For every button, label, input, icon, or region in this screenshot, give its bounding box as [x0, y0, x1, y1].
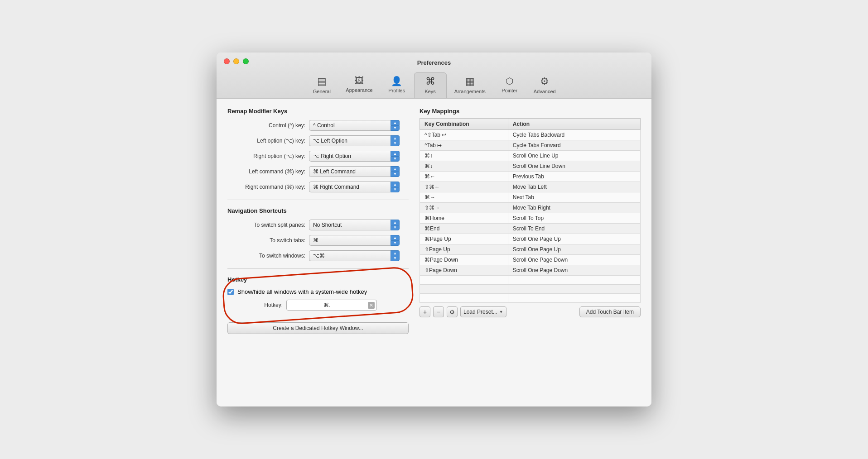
- switch-split-panes-select[interactable]: No Shortcut: [309, 220, 391, 230]
- right-command-key-label: Right command (⌘) key:: [227, 184, 309, 190]
- table-row[interactable]: ⇧Page UpScroll One Page Up: [420, 244, 641, 255]
- left-option-key-select[interactable]: ⌥ Left Option: [309, 135, 391, 146]
- switch-split-panes-stepper-up[interactable]: ▲: [391, 220, 400, 225]
- close-button[interactable]: [224, 58, 230, 64]
- minimize-button[interactable]: [233, 58, 239, 64]
- nav-section-title: Navigation Shortcuts: [227, 207, 409, 214]
- tab-pointer[interactable]: ⬡ Pointer: [493, 72, 526, 98]
- left-command-key-stepper-up[interactable]: ▲: [391, 166, 400, 172]
- table-row[interactable]: ⌘←Previous Tab: [420, 172, 641, 182]
- table-row[interactable]: ⌘HomeScroll To Top: [420, 213, 641, 224]
- appearance-icon: 🖼: [355, 76, 364, 86]
- tab-pointer-label: Pointer: [502, 88, 517, 93]
- table-row[interactable]: ⇧Page DownScroll One Page Down: [420, 265, 641, 276]
- table-row[interactable]: ⌘→Next Tab: [420, 192, 641, 203]
- switch-tabs-stepper-down[interactable]: ▼: [391, 240, 400, 246]
- add-mapping-button[interactable]: +: [420, 306, 430, 317]
- left-command-key-stepper-down[interactable]: ▼: [391, 172, 400, 177]
- key-combination-cell: ⇧⌘→: [420, 203, 508, 213]
- tab-general-label: General: [313, 89, 331, 94]
- table-row[interactable]: ⌘↓Scroll One Line Down: [420, 161, 641, 172]
- table-row[interactable]: ⌘↑Scroll One Line Up: [420, 151, 641, 161]
- key-combination-cell: ⌘Page Down: [420, 255, 508, 265]
- remove-mapping-button[interactable]: −: [433, 306, 444, 317]
- col-key-combination: Key Combination: [420, 119, 508, 130]
- right-command-key-stepper-down[interactable]: ▼: [391, 187, 400, 192]
- table-row[interactable]: ⇧⌘←Move Tab Left: [420, 182, 641, 192]
- table-row[interactable]: ⌘Page UpScroll One Page Up: [420, 234, 641, 244]
- switch-tabs-select[interactable]: ⌘: [309, 235, 391, 246]
- left-option-key-label: Left option (⌥) key:: [227, 138, 309, 144]
- right-panel: Key Mappings Key Combination Action ^⇧Ta…: [420, 108, 641, 397]
- keys-icon: ⌘: [425, 76, 435, 87]
- left-command-key-select[interactable]: ⌘ Left Command: [309, 166, 391, 177]
- right-option-key-select[interactable]: ⌥ Right Option: [309, 151, 391, 162]
- divider-1: [227, 200, 409, 200]
- table-row[interactable]: [420, 276, 641, 285]
- action-cell: Scroll One Page Up: [508, 234, 640, 244]
- maximize-button[interactable]: [243, 58, 249, 64]
- tab-general[interactable]: ▤ General: [305, 72, 338, 98]
- hotkey-input-field[interactable]: ⌘. ✕: [286, 300, 377, 311]
- load-preset-wrapper[interactable]: Load Preset... ▼: [460, 306, 506, 317]
- create-hotkey-btn-wrapper: Create a Dedicated Hotkey Window...: [227, 322, 409, 334]
- key-mappings-table: Key Combination Action ^⇧Tab ↩Cycle Tabs…: [420, 118, 641, 303]
- right-option-key-stepper: ▲ ▼: [391, 151, 400, 162]
- tab-advanced[interactable]: ⚙ Advanced: [527, 72, 563, 98]
- table-row[interactable]: ⌘EndScroll To End: [420, 224, 641, 234]
- tab-profiles[interactable]: 👤 Profiles: [381, 72, 413, 98]
- right-option-key-stepper-down[interactable]: ▼: [391, 156, 400, 162]
- action-cell: Scroll To End: [508, 224, 640, 234]
- switch-split-panes-stepper-down[interactable]: ▼: [391, 225, 400, 230]
- switch-tabs-stepper: ▲ ▼: [391, 235, 400, 246]
- table-row[interactable]: ⇧⌘→Move Tab Right: [420, 203, 641, 213]
- tab-arrangements[interactable]: ▦ Arrangements: [448, 72, 492, 98]
- switch-tabs-select-wrapper: ⌘ ▲ ▼: [309, 235, 400, 246]
- switch-tabs-stepper-up[interactable]: ▲: [391, 235, 400, 240]
- hotkey-checkbox-row: Show/hide all windows with a system-wide…: [227, 288, 409, 295]
- hotkey-checkbox[interactable]: [227, 289, 234, 295]
- table-row[interactable]: ^⇧Tab ↩Cycle Tabs Backward: [420, 130, 641, 140]
- switch-windows-select-wrapper: ⌥⌘ ▲ ▼: [309, 250, 400, 261]
- right-command-key-select[interactable]: ⌘ Right Command: [309, 182, 391, 192]
- advanced-icon: ⚙: [540, 76, 549, 87]
- key-combination-cell: [420, 294, 508, 303]
- table-row[interactable]: ⌘Page DownScroll One Page Down: [420, 255, 641, 265]
- table-row[interactable]: [420, 294, 641, 303]
- tab-profiles-label: Profiles: [388, 88, 405, 93]
- window-controls: [224, 58, 249, 64]
- right-command-key-stepper-up[interactable]: ▲: [391, 182, 400, 187]
- right-option-key-label: Right option (⌥) key:: [227, 153, 309, 159]
- switch-windows-select[interactable]: ⌥⌘: [309, 250, 391, 261]
- control-key-row: Control (^) key: ^ Control ▲ ▼: [227, 120, 409, 131]
- left-option-key-stepper-up[interactable]: ▲: [391, 135, 400, 141]
- window-title: Preferences: [417, 59, 451, 66]
- switch-windows-row: To switch windows: ⌥⌘ ▲ ▼: [227, 250, 409, 261]
- table-row[interactable]: ^Tab ↦Cycle Tabs Forward: [420, 140, 641, 151]
- switch-windows-stepper-up[interactable]: ▲: [391, 250, 400, 256]
- tab-keys-label: Keys: [424, 89, 435, 94]
- key-mappings-title: Key Mappings: [420, 108, 641, 115]
- switch-split-panes-stepper: ▲ ▼: [391, 220, 400, 230]
- create-hotkey-window-button[interactable]: Create a Dedicated Hotkey Window...: [227, 322, 409, 334]
- load-preset-label: Load Preset...: [463, 309, 497, 315]
- left-panel: Remap Modifier Keys Control (^) key: ^ C…: [227, 108, 409, 397]
- action-cell: [508, 285, 640, 294]
- control-key-stepper-down[interactable]: ▼: [391, 125, 400, 131]
- switch-windows-stepper-down[interactable]: ▼: [391, 256, 400, 261]
- control-key-stepper-up[interactable]: ▲: [391, 120, 400, 125]
- load-preset-arrow-icon: ▼: [499, 310, 503, 314]
- hotkey-value: ⌘.: [323, 302, 330, 308]
- control-key-select[interactable]: ^ Control: [309, 120, 391, 131]
- right-option-key-stepper-up[interactable]: ▲: [391, 151, 400, 156]
- left-option-key-row: Left option (⌥) key: ⌥ Left Option ▲ ▼: [227, 135, 409, 146]
- tab-appearance[interactable]: 🖼 Appearance: [339, 72, 379, 98]
- hotkey-field-label: Hotkey:: [227, 302, 286, 308]
- left-option-key-stepper-down[interactable]: ▼: [391, 141, 400, 146]
- right-command-key-row: Right command (⌘) key: ⌘ Right Command ▲…: [227, 182, 409, 192]
- gear-button[interactable]: ⚙: [447, 306, 458, 317]
- add-touch-bar-item-button[interactable]: Add Touch Bar Item: [579, 306, 641, 317]
- tab-keys[interactable]: ⌘ Keys: [414, 72, 447, 98]
- table-row[interactable]: [420, 285, 641, 294]
- hotkey-clear-button[interactable]: ✕: [368, 302, 375, 309]
